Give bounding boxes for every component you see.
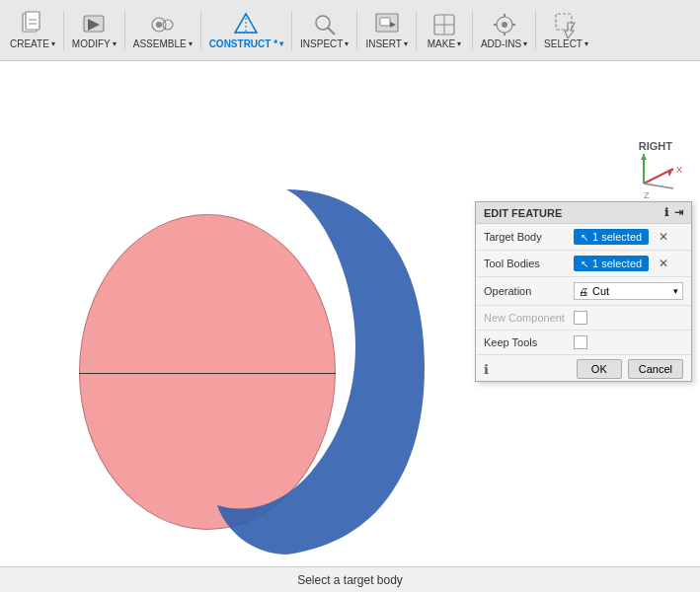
- svg-marker-29: [667, 169, 673, 177]
- tool-bodies-value: 1 selected: [592, 258, 642, 269]
- cancel-button[interactable]: Cancel: [628, 359, 683, 379]
- insert-icon: [373, 11, 401, 38]
- svg-rect-1: [26, 12, 39, 30]
- svg-rect-26: [556, 14, 572, 30]
- toolbar-construct[interactable]: CONSTRUCT *▾: [203, 2, 289, 59]
- svg-text:X: X: [676, 165, 682, 175]
- construct-label: CONSTRUCT *▾: [209, 38, 283, 49]
- select-label: SELECT▾: [544, 38, 588, 49]
- new-component-row: New Component: [476, 306, 691, 331]
- toolbar-create[interactable]: CREATE▾: [4, 2, 61, 59]
- target-body-selected[interactable]: ↖ 1 selected: [574, 229, 649, 245]
- compass-axes: X Z: [634, 149, 688, 198]
- ok-button[interactable]: OK: [577, 359, 622, 379]
- make-label: MAKE▾: [428, 38, 461, 49]
- statusbar-message: Select a target body: [297, 573, 403, 587]
- panel-header: EDIT FEATURE ℹ ⇥: [476, 202, 691, 224]
- create-icon: [19, 11, 46, 38]
- select-icon: [553, 11, 581, 38]
- inspect-label: INSPECT▾: [300, 38, 349, 49]
- toolbar-make[interactable]: MAKE▾: [419, 2, 470, 59]
- toolbar-addins[interactable]: ADD-INS▾: [475, 2, 533, 59]
- sep-5: [356, 11, 357, 50]
- assemble-label: ASSEMBLE▾: [133, 38, 193, 49]
- svg-rect-15: [380, 18, 390, 26]
- inspect-icon: [311, 11, 339, 38]
- target-body-label: Target Body: [484, 231, 568, 243]
- operation-dropdown[interactable]: 🖨 Cut ▾: [574, 282, 683, 300]
- keep-tools-row: Keep Tools: [476, 331, 691, 355]
- bottom-info-icon[interactable]: ℹ: [484, 362, 489, 377]
- panel-info-icon[interactable]: ℹ: [664, 206, 668, 219]
- svg-point-21: [502, 22, 507, 28]
- toolbar: CREATE▾ MODIFY▾ ASSEMBLE▾: [0, 0, 700, 61]
- orientation-compass[interactable]: RIGHT X Z: [631, 135, 690, 194]
- sep-7: [472, 11, 473, 50]
- tool-bodies-row: Tool Bodies ↖ 1 selected ✕: [476, 251, 691, 277]
- svg-marker-27: [565, 23, 575, 38]
- make-icon: [430, 11, 458, 38]
- assemble-icon: [149, 11, 177, 38]
- svg-line-13: [328, 28, 335, 35]
- target-body-clear[interactable]: ✕: [659, 230, 668, 244]
- panel-expand-icon[interactable]: ⇥: [674, 206, 683, 219]
- svg-text:Z: Z: [644, 190, 650, 198]
- toolbar-modify[interactable]: MODIFY▾: [66, 2, 122, 59]
- svg-point-8: [163, 20, 173, 30]
- keep-tools-label: Keep Tools: [484, 336, 568, 348]
- construct-icon: [232, 11, 260, 38]
- sep-8: [535, 11, 536, 50]
- edit-feature-panel: EDIT FEATURE ℹ ⇥ Target Body ↖ 1 selecte…: [475, 201, 692, 382]
- operation-arrow: ▾: [673, 286, 678, 296]
- svg-line-32: [644, 184, 673, 188]
- operation-label: Operation: [484, 285, 568, 297]
- create-label: CREATE▾: [10, 38, 55, 49]
- svg-marker-31: [641, 154, 647, 160]
- addins-icon: [491, 11, 518, 38]
- sep-4: [291, 11, 292, 50]
- addins-label: ADD-INS▾: [481, 38, 527, 49]
- tool-bodies-clear[interactable]: ✕: [659, 257, 668, 270]
- new-component-label: New Component: [484, 312, 568, 324]
- toolbar-inspect[interactable]: INSPECT▾: [294, 2, 354, 59]
- panel-title: EDIT FEATURE: [484, 207, 562, 219]
- sep-3: [200, 11, 201, 50]
- tool-bodies-selected[interactable]: ↖ 1 selected: [574, 256, 649, 271]
- toolbar-insert[interactable]: INSERT▾: [359, 2, 414, 59]
- operation-icon: 🖨: [579, 286, 588, 297]
- insert-label: INSERT▾: [365, 38, 408, 49]
- keep-tools-checkbox[interactable]: [574, 335, 587, 349]
- modify-label: MODIFY▾: [72, 38, 117, 49]
- sep-2: [124, 11, 125, 50]
- viewport[interactable]: RIGHT X Z EDIT FEATURE ℹ ⇥ Target Body ↖…: [0, 61, 700, 592]
- modify-icon: [80, 11, 108, 38]
- toolbar-assemble[interactable]: ASSEMBLE▾: [127, 2, 198, 59]
- svg-point-12: [316, 16, 330, 30]
- target-body-value: 1 selected: [592, 231, 642, 243]
- panel-header-icons: ℹ ⇥: [664, 206, 683, 219]
- tool-bodies-label: Tool Bodies: [484, 258, 568, 269]
- operation-row: Operation 🖨 Cut ▾: [476, 277, 691, 306]
- statusbar: Select a target body: [0, 566, 700, 592]
- panel-info-row: ℹ OK Cancel: [476, 355, 691, 381]
- operation-value: Cut: [592, 285, 673, 297]
- cursor-icon-2: ↖: [581, 259, 588, 269]
- blue-body: [207, 180, 434, 564]
- cursor-icon-1: ↖: [581, 232, 588, 243]
- new-component-checkbox[interactable]: [574, 311, 587, 325]
- toolbar-select[interactable]: SELECT▾: [538, 2, 594, 59]
- sep-6: [416, 11, 417, 50]
- target-body-row: Target Body ↖ 1 selected ✕: [476, 224, 691, 251]
- svg-point-7: [156, 22, 162, 28]
- sep-1: [63, 11, 64, 50]
